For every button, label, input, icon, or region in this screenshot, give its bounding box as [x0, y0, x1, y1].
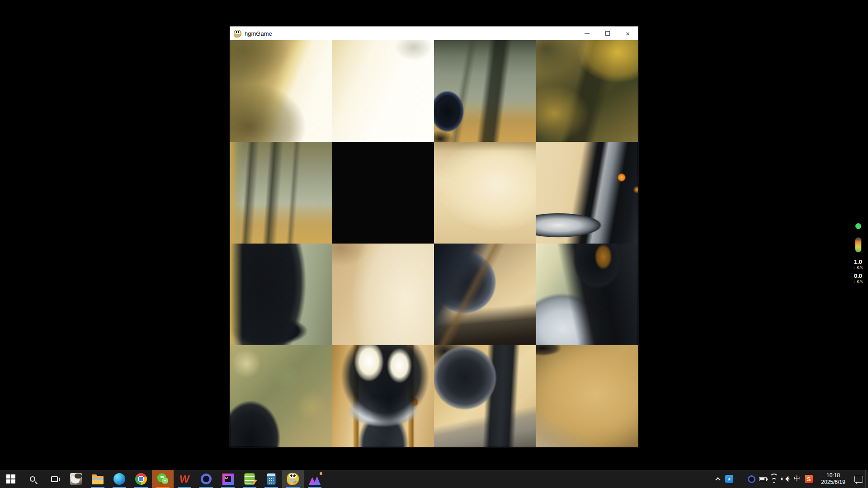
window-title: hgmGame: [245, 30, 272, 37]
taskbar-item-wechat[interactable]: [152, 470, 174, 488]
maximize-icon: [605, 31, 610, 36]
download-arrow-icon: ↓: [853, 279, 855, 284]
taskbar-item-edge[interactable]: [108, 470, 130, 488]
upload-speed-value: 1.0: [854, 259, 862, 265]
wps-office-icon: W: [179, 474, 190, 484]
window-titlebar[interactable]: hgmGame ×: [230, 27, 638, 40]
puzzle-tile[interactable]: [536, 244, 638, 345]
puzzle-tile[interactable]: [332, 345, 434, 447]
puzzle-tile[interactable]: [434, 142, 536, 244]
intellij-idea-icon: IJ: [222, 474, 234, 485]
puzzle-tile[interactable]: [536, 40, 638, 142]
taskbar-item-file-explorer[interactable]: [87, 470, 108, 488]
cat-photo-icon: [70, 473, 82, 485]
notepad-plus-plus-icon: [244, 473, 255, 485]
puzzle-tile[interactable]: [434, 244, 536, 345]
action-center-button[interactable]: [852, 470, 865, 488]
download-speed-unit: ↓ K/s: [853, 279, 863, 285]
ai-assistant-icon: [309, 476, 321, 485]
edge-browser-icon: [113, 473, 125, 485]
task-view-icon: [51, 476, 58, 482]
puzzle-tile[interactable]: [230, 345, 332, 447]
game-window: hgmGame ×: [230, 26, 638, 447]
taskbar-item-ring-browser-app[interactable]: [195, 470, 217, 488]
tray-battery[interactable]: [757, 470, 769, 488]
taskbar-item-notepad-plus-plus[interactable]: [239, 470, 260, 488]
pygame-snake-icon: [234, 30, 241, 38]
download-speed-value: 0.0: [854, 273, 862, 279]
sogou-icon: S: [805, 475, 813, 483]
capsule-meter-icon: [855, 237, 862, 253]
puzzle-tile[interactable]: [332, 40, 434, 142]
taskbar-item-intellij-idea[interactable]: IJ: [217, 470, 239, 488]
minimize-icon: [585, 33, 590, 34]
taskbar-item-cat-photo-app[interactable]: [65, 470, 87, 488]
puzzle-tile[interactable]: [536, 142, 638, 244]
taskbar-item-calculator[interactable]: [260, 470, 282, 488]
puzzle-tile[interactable]: [230, 244, 332, 345]
tray-ring-app[interactable]: [746, 470, 757, 488]
system-tray: * × 中 S 10:18 2025/6/19: [712, 470, 868, 488]
file-explorer-icon: [92, 476, 104, 484]
minimize-button[interactable]: [577, 27, 597, 40]
tray-badge-app[interactable]: *: [723, 470, 735, 488]
star-badge-icon: *: [725, 475, 733, 483]
task-view-button[interactable]: [43, 470, 65, 488]
clock-time: 10:18: [826, 472, 840, 479]
ring-app-icon: [748, 475, 755, 483]
puzzle-tile[interactable]: [230, 40, 332, 142]
close-button[interactable]: ×: [618, 27, 638, 40]
puzzle-board: [230, 40, 638, 447]
calculator-icon: [267, 473, 276, 485]
ime-chinese-icon: 中: [794, 475, 800, 483]
action-center-icon: [854, 476, 863, 483]
pygame-snake-icon: [287, 473, 299, 485]
taskbar-item-pygame-hgmgame[interactable]: [282, 470, 304, 488]
puzzle-tile-empty[interactable]: [332, 142, 434, 244]
tray-volume[interactable]: ×: [779, 470, 791, 488]
volume-muted-icon: ×: [781, 476, 790, 482]
taskbar-item-wps-office[interactable]: W: [174, 470, 195, 488]
windows-logo-icon: [6, 474, 15, 483]
upload-arrow-icon: ↑: [853, 265, 855, 270]
clock-date: 2025/6/19: [821, 479, 845, 486]
taskbar-item-ai-assistant[interactable]: [304, 470, 326, 488]
tray-clock[interactable]: 10:18 2025/6/19: [815, 470, 852, 488]
tray-ime[interactable]: 中: [791, 470, 803, 488]
puzzle-tile[interactable]: [230, 142, 332, 244]
status-dot-icon: [855, 223, 861, 229]
upload-speed-unit: ↑ K/s: [853, 265, 863, 271]
close-icon: ×: [626, 30, 630, 37]
taskbar-item-chrome[interactable]: [130, 470, 152, 488]
puzzle-tile[interactable]: [434, 40, 536, 142]
battery-icon: [759, 477, 767, 481]
desktop: { "colors": { "desktop_bg": "#000000", "…: [0, 0, 868, 488]
ring-app-icon: [201, 474, 212, 484]
chrome-browser-icon: [135, 473, 147, 485]
search-button[interactable]: [22, 470, 43, 488]
maximize-button[interactable]: [597, 27, 618, 40]
wechat-icon: [157, 473, 169, 485]
show-desktop-button[interactable]: [865, 470, 868, 488]
tray-sogou-input[interactable]: S: [803, 470, 815, 488]
taskbar: W IJ *: [0, 470, 868, 488]
puzzle-tile[interactable]: [332, 244, 434, 345]
chevron-up-icon: [715, 477, 720, 482]
hidden-icons-chevron[interactable]: [712, 470, 723, 488]
puzzle-tile[interactable]: [536, 345, 638, 447]
search-icon: [30, 476, 35, 482]
ai-assistant-dot-icon: [320, 472, 322, 475]
tray-network[interactable]: [769, 470, 779, 488]
puzzle-tile[interactable]: [434, 345, 536, 447]
start-button[interactable]: [0, 470, 22, 488]
wifi-icon: [769, 475, 778, 483]
netspeed-widget[interactable]: 1.0 ↑ K/s 0.0 ↓ K/s: [851, 223, 865, 287]
